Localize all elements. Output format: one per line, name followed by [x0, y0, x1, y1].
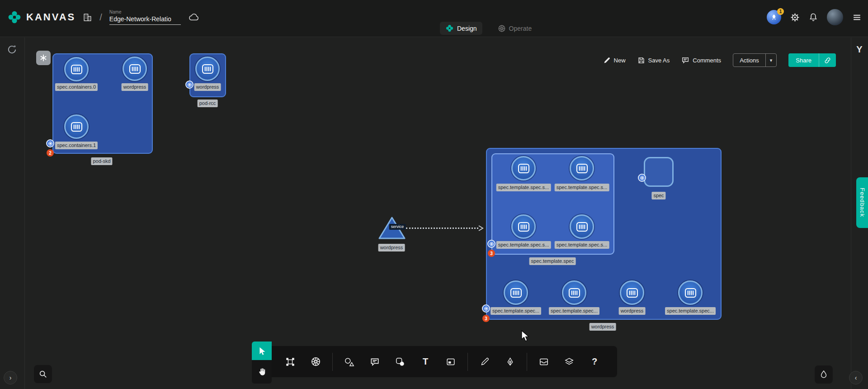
- group-spec-template-spec[interactable]: [491, 153, 614, 255]
- group-label: pod-rcc: [198, 100, 218, 107]
- container-node[interactable]: [511, 156, 536, 180]
- container-node[interactable]: [620, 280, 644, 305]
- error-count-badge[interactable]: 2: [47, 149, 54, 157]
- group-label: wordpress: [590, 323, 616, 331]
- container-node[interactable]: [562, 280, 586, 305]
- layers-tool[interactable]: [561, 351, 578, 372]
- shapes-tool[interactable]: [341, 351, 358, 372]
- link-icon: [824, 57, 831, 64]
- pod-collapse-icon[interactable]: [36, 51, 51, 65]
- pen-tool[interactable]: [501, 351, 519, 372]
- tab-design[interactable]: Design: [440, 22, 482, 35]
- dropdown-caret-icon[interactable]: ▾: [765, 54, 777, 66]
- canvas-action-bar: New Save As Comments Actions ▾ Share: [603, 53, 836, 67]
- node-label: spec.template.spec...: [665, 307, 716, 315]
- sketch-pencil-tool[interactable]: [476, 351, 493, 372]
- container-node[interactable]: [504, 280, 528, 305]
- node-label: spec.template.spec...: [491, 307, 541, 315]
- toolbar-divider: [467, 353, 468, 371]
- select-tool-button[interactable]: [252, 342, 272, 360]
- menu-hamburger-icon[interactable]: [852, 13, 862, 22]
- help-button[interactable]: ?: [586, 351, 603, 372]
- node-label: wordpress: [194, 83, 221, 91]
- design-name-field: Name Edge-Network-Relatio: [109, 9, 181, 25]
- comment-tool[interactable]: [366, 351, 383, 372]
- dock-select-tools: [252, 342, 272, 384]
- container-node[interactable]: [195, 57, 220, 81]
- chevron-right-icon: ›: [9, 374, 12, 381]
- kanvas-logo[interactable]: KANVAS: [7, 10, 75, 24]
- node-label: spec: [651, 192, 665, 199]
- collapse-right-panel-button[interactable]: ‹: [849, 371, 863, 384]
- feedback-label: Feedback: [859, 188, 866, 217]
- kubernetes-badge-icon: [482, 304, 490, 313]
- kubernetes-components-tool[interactable]: [307, 351, 324, 372]
- text-tool[interactable]: T: [417, 351, 434, 372]
- copy-link-button[interactable]: [819, 53, 836, 67]
- container-node[interactable]: [678, 280, 703, 305]
- node-label: wordpress: [378, 244, 405, 251]
- zoom-search-button[interactable]: [34, 365, 52, 383]
- kubernetes-badge-icon: [638, 174, 646, 182]
- design-name-input[interactable]: Edge-Network-Relatio: [109, 15, 181, 25]
- pencil-icon: [603, 57, 611, 64]
- rocket-glyph-icon: [771, 14, 777, 20]
- stickers-tool[interactable]: [392, 351, 409, 372]
- mode-tabs: Design Operate: [440, 22, 537, 35]
- container-node[interactable]: [64, 114, 89, 139]
- pan-tool-button[interactable]: [252, 360, 272, 384]
- chevron-left-icon: ‹: [855, 374, 857, 381]
- operate-helm-icon: [498, 24, 506, 33]
- save-icon: [637, 57, 645, 64]
- container-node[interactable]: [511, 214, 536, 239]
- kubernetes-badge-icon: [487, 240, 495, 248]
- whats-new-rocket-icon[interactable]: 1: [767, 10, 781, 24]
- share-button[interactable]: Share: [788, 53, 819, 67]
- node-label: spec.template.spec.s...: [496, 241, 551, 249]
- brand-name: KANVAS: [26, 11, 75, 23]
- drawer-tool[interactable]: [535, 351, 552, 372]
- container-node[interactable]: [123, 57, 147, 81]
- node-label: spec.template.spec.s...: [555, 241, 609, 249]
- error-count-badge[interactable]: 3: [482, 315, 490, 322]
- text-tool-glyph: T: [423, 356, 428, 367]
- flowchart-shapes-tool[interactable]: [282, 351, 299, 372]
- cursor-icon: [257, 346, 267, 356]
- container-node[interactable]: [64, 57, 89, 81]
- birdseye-button[interactable]: [815, 365, 833, 384]
- tab-operate[interactable]: Operate: [492, 22, 538, 35]
- tab-design-label: Design: [457, 25, 477, 32]
- node-label: spec.template.spec.s...: [496, 184, 551, 191]
- actions-dropdown[interactable]: Actions ▾: [733, 53, 777, 67]
- node-label: spec.template.spec.s...: [555, 184, 609, 191]
- workspace-building-icon[interactable]: [83, 13, 92, 22]
- header-left: KANVAS / Name Edge-Network-Relatio: [7, 7, 199, 27]
- edge-arrowhead-icon: [477, 225, 484, 232]
- help-glyph: ?: [592, 356, 597, 367]
- container-node[interactable]: [570, 156, 594, 180]
- spec-node[interactable]: [644, 157, 674, 187]
- new-button[interactable]: New: [603, 57, 626, 64]
- expand-left-panel-button[interactable]: ›: [4, 371, 17, 384]
- notifications-bell-icon[interactable]: [809, 13, 818, 22]
- comments-button[interactable]: Comments: [681, 56, 721, 64]
- user-avatar[interactable]: [827, 9, 843, 25]
- toolbar-divider: [332, 353, 333, 371]
- error-count-badge[interactable]: 3: [488, 250, 495, 257]
- node-label: wordpress: [122, 83, 148, 91]
- settings-gear-icon[interactable]: [790, 13, 800, 22]
- frame-tool[interactable]: [442, 351, 459, 372]
- design-flower-icon: [445, 24, 454, 33]
- name-label: Name: [109, 9, 181, 14]
- comments-label: Comments: [693, 57, 721, 64]
- container-node[interactable]: [570, 214, 594, 239]
- share-pill: Share: [788, 53, 836, 67]
- feedback-tab[interactable]: Feedback: [856, 177, 868, 228]
- tab-operate-label: Operate: [509, 25, 532, 32]
- save-as-button[interactable]: Save As: [637, 57, 670, 64]
- app-header: KANVAS / Name Edge-Network-Relatio: [0, 0, 868, 37]
- service-edge: [406, 228, 478, 229]
- cloud-save-icon: [188, 13, 199, 22]
- magnifier-icon: [38, 370, 47, 379]
- history-sync-icon[interactable]: [7, 44, 17, 55]
